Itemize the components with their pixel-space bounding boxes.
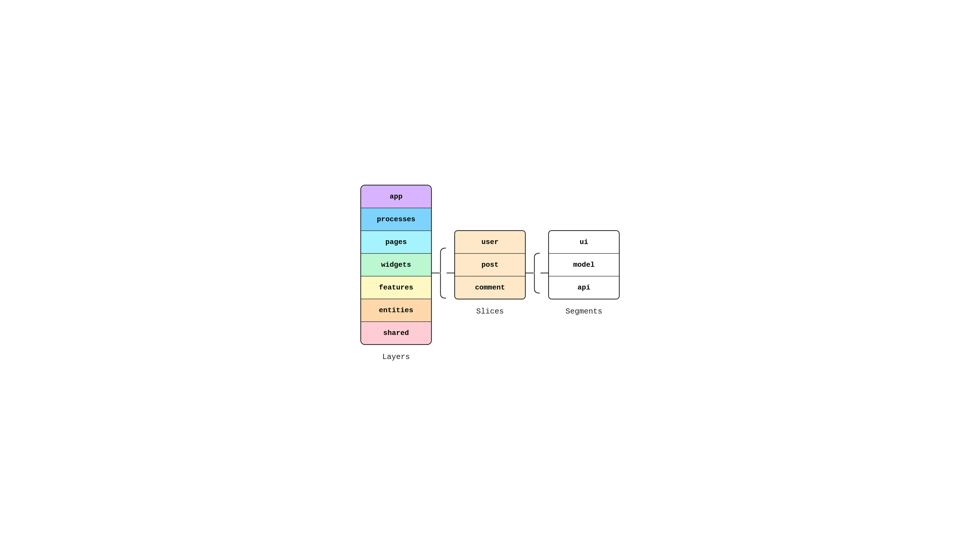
slices-box: user post comment [454,230,526,299]
line-from-layers [432,273,439,273]
line-to-slices [447,273,454,273]
layer-entities: entities [361,299,431,322]
connector-slices-segments [526,253,548,294]
layer-features: features [361,276,431,299]
segment-api: api [549,276,619,299]
left-brace-icon [439,247,447,299]
layers-label: Layers [382,353,410,361]
slice-comment: comment [455,276,525,299]
segments-label: Segments [566,307,602,316]
layer-pages: pages [361,231,431,254]
segments-column: ui model api Segments [548,230,620,316]
slices-label: Slices [476,307,504,316]
layer-shared: shared [361,322,431,344]
diagram-container: app processes pages widgets features ent… [340,169,640,377]
layer-processes: processes [361,208,431,231]
segment-model: model [549,254,619,276]
right-brace-icon [533,253,541,294]
segments-box: ui model api [548,230,620,299]
connector-layers-slices [432,247,454,299]
line-to-segments [541,273,548,273]
slice-user: user [455,231,525,254]
layer-app: app [361,185,431,208]
layer-widgets: widgets [361,254,431,276]
slice-post: post [455,254,525,276]
layers-stack: app processes pages widgets features ent… [360,185,432,345]
line-from-slices [526,273,533,273]
slices-column: user post comment Slices [454,230,526,316]
layers-column: app processes pages widgets features ent… [360,185,432,361]
segment-ui: ui [549,231,619,254]
